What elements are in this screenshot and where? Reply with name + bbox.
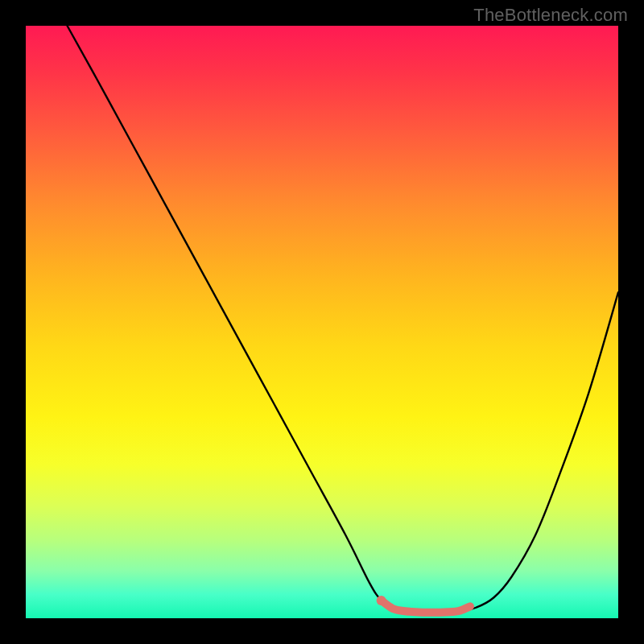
bottleneck-curve bbox=[68, 26, 618, 613]
optimal-range-start-dot bbox=[377, 596, 386, 605]
curve-layer bbox=[26, 26, 618, 618]
watermark-text: TheBottleneck.com bbox=[473, 5, 628, 26]
optimal-range-segment bbox=[382, 601, 470, 613]
plot-area bbox=[26, 26, 618, 618]
chart-frame: TheBottleneck.com bbox=[0, 0, 644, 644]
